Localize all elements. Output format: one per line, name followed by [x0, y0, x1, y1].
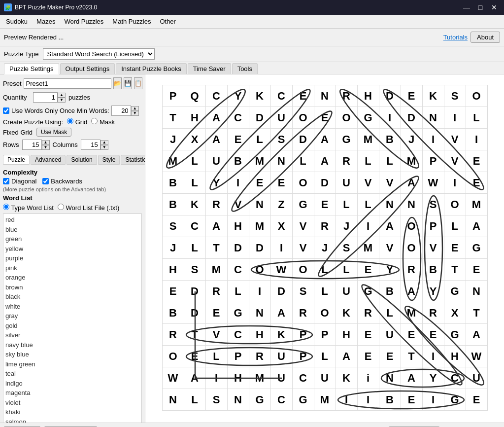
diagonal-checkbox[interactable]: [3, 178, 9, 184]
rows-spinner: ▲ ▼: [22, 140, 50, 150]
tab-puzzle-settings[interactable]: Puzzle Settings: [4, 63, 59, 74]
rows-down[interactable]: ▼: [42, 145, 50, 150]
min-words-input[interactable]: [111, 106, 131, 116]
minimize-button[interactable]: —: [461, 2, 472, 12]
word-list-file-radio[interactable]: [58, 204, 64, 210]
create-puzzle-label: Create Puzzle Using:: [3, 118, 63, 126]
grid-cell: S: [336, 237, 357, 259]
main-layout: Preset 📂 💾 📋 Quantity ▲ ▼ puzzles Use Wo…: [0, 74, 504, 423]
preset-saveas-icon[interactable]: 📋: [134, 77, 142, 89]
rows-up[interactable]: ▲: [42, 140, 50, 145]
grid-cell: U: [270, 346, 292, 367]
grid-cell: G: [227, 302, 249, 324]
inner-tab-puzzle[interactable]: Puzzle: [3, 155, 30, 165]
close-button[interactable]: ✕: [488, 2, 500, 12]
cols-down[interactable]: ▼: [101, 145, 108, 150]
grid-cell: C: [227, 324, 249, 346]
grid-cell: R: [162, 324, 184, 346]
grid-cell: I: [249, 281, 270, 302]
app-icon: 🧩: [4, 3, 12, 11]
inner-tab-statistics[interactable]: Statistics: [121, 155, 145, 165]
word-item: blue: [5, 225, 139, 235]
grid-cell: O: [444, 194, 466, 215]
grid-cell: D: [184, 302, 205, 324]
type-word-list-text: Type Word List: [11, 204, 53, 212]
word-item: violet: [5, 398, 139, 408]
quantity-down[interactable]: ▼: [58, 98, 66, 103]
grid-cell: C: [270, 389, 292, 411]
grid-cell: O: [336, 107, 357, 129]
grid-cell: M: [249, 215, 270, 237]
grid-cell: W: [270, 259, 292, 281]
grid-cell: N: [422, 107, 444, 129]
word-list-area[interactable]: redbluegreenyellowpurplepinkorangebrownb…: [3, 214, 142, 423]
menu-mazes[interactable]: Mazes: [33, 16, 59, 27]
inner-tab-solution[interactable]: Solution: [67, 155, 97, 165]
grid-cell: O: [314, 302, 336, 324]
grid-cell: D: [270, 281, 292, 302]
mask-radio[interactable]: [91, 118, 98, 124]
grid-cell: H: [227, 367, 249, 389]
grid-cell: K: [336, 367, 357, 389]
grid-cell: T: [184, 324, 205, 346]
grid-cell: P: [422, 150, 444, 172]
type-word-list-radio[interactable]: [3, 204, 9, 210]
inner-tab-advanced[interactable]: Advanced: [31, 155, 66, 165]
use-mask-button[interactable]: Use Mask: [36, 128, 71, 137]
puzzle-type-select[interactable]: Standard Word Search (Licensed): [43, 48, 155, 60]
grid-cell: T: [401, 346, 422, 367]
cols-input[interactable]: [81, 140, 101, 150]
grid-cell: O: [249, 259, 270, 281]
grid-cell: E: [249, 172, 270, 194]
grid-cell: E: [205, 302, 227, 324]
grid-cell: H: [227, 215, 249, 237]
min-words-up[interactable]: ▲: [131, 106, 139, 111]
backwards-checkbox[interactable]: [42, 178, 49, 184]
grid-cell: O: [162, 346, 184, 367]
word-item: orange: [5, 273, 139, 283]
grid-cell: E: [466, 259, 487, 281]
grid-cell: C: [205, 85, 227, 107]
grid-cell: D: [379, 85, 401, 107]
preset-open-icon[interactable]: 📂: [113, 77, 122, 89]
menu-math-puzzles[interactable]: Math Puzzles: [108, 16, 155, 27]
menu-word-puzzles[interactable]: Word Puzzles: [60, 16, 107, 27]
tab-output-settings[interactable]: Output Settings: [60, 63, 115, 74]
rows-input[interactable]: [22, 140, 42, 150]
quantity-up[interactable]: ▲: [58, 93, 66, 98]
grid-radio[interactable]: [67, 118, 73, 124]
grid-cell: R: [292, 302, 314, 324]
use-words-once-checkbox[interactable]: [3, 107, 9, 114]
preset-input[interactable]: [24, 78, 111, 89]
about-button[interactable]: About: [470, 32, 500, 43]
grid-cell: N: [249, 194, 270, 215]
preset-save-icon[interactable]: 💾: [124, 77, 132, 89]
grid-cell: T: [466, 302, 487, 324]
tab-instant-puzzle-books[interactable]: Instant Puzzle Books: [116, 63, 186, 74]
grid-cell: A: [205, 215, 227, 237]
tutorials-button[interactable]: Tutorials: [443, 32, 468, 43]
tab-tools[interactable]: Tools: [232, 63, 258, 74]
grid-cell: O: [401, 215, 422, 237]
grid-cell: X: [270, 215, 292, 237]
inner-tab-style[interactable]: Style: [98, 155, 120, 165]
grid-cell: M: [205, 259, 227, 281]
grid-cell: U: [314, 367, 336, 389]
grid-cell: M: [314, 389, 336, 411]
quantity-input[interactable]: [33, 92, 58, 103]
grid-cell: O: [292, 172, 314, 194]
grid-cell: i: [357, 367, 379, 389]
tab-time-saver[interactable]: Time Saver: [188, 63, 231, 74]
grid-cell: H: [444, 346, 466, 367]
maximize-button[interactable]: □: [474, 2, 486, 12]
grid-cell: Y: [422, 367, 444, 389]
quantity-row: Quantity ▲ ▼ puzzles: [3, 92, 142, 103]
min-words-down[interactable]: ▼: [131, 111, 139, 116]
word-item: gray: [5, 311, 139, 321]
cols-up[interactable]: ▲: [101, 140, 108, 145]
grid-cell: E: [379, 346, 401, 367]
menu-other[interactable]: Other: [156, 16, 180, 27]
grid-cell: N: [270, 150, 292, 172]
menu-sudoku[interactable]: Sudoku: [2, 16, 32, 27]
grid-cell: E: [184, 346, 205, 367]
